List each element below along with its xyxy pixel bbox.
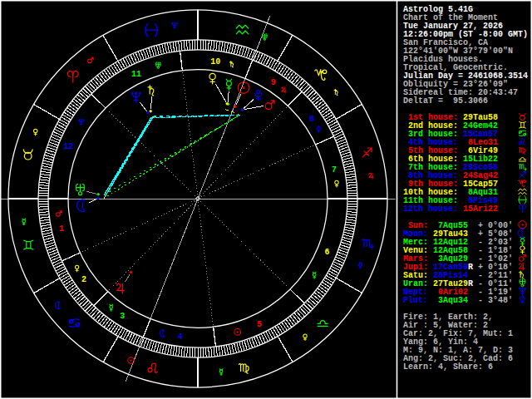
svg-text:3Aqu34: 3Aqu34 <box>433 296 468 305</box>
svg-text:4: 4 <box>178 332 183 342</box>
svg-text:12th house:: 12th house: <box>403 204 458 214</box>
svg-text:15Ari22: 15Ari22 <box>463 204 498 214</box>
svg-text:10: 10 <box>210 57 220 66</box>
svg-text:3: 3 <box>120 312 125 321</box>
svg-text:Learn: 4, Share: 6: Learn: 4, Share: 6 <box>403 362 493 372</box>
svg-text:5: 5 <box>257 320 262 329</box>
svg-text:R: R <box>468 263 473 272</box>
svg-text:11: 11 <box>131 70 141 79</box>
svg-text:8: 8 <box>309 115 314 124</box>
svg-text:DeltaT = 95.3066: DeltaT = 95.3066 <box>403 96 488 106</box>
svg-text:1: 1 <box>59 224 64 234</box>
svg-text:R: R <box>468 279 473 288</box>
svg-text:Plut:: Plut: <box>403 296 428 305</box>
svg-text:6: 6 <box>324 248 329 257</box>
svg-text:- 3°48': - 3°48' <box>478 296 513 305</box>
svg-text:12: 12 <box>64 142 74 151</box>
svg-text:2: 2 <box>81 275 86 284</box>
svg-text:7: 7 <box>332 165 337 175</box>
svg-text:9: 9 <box>271 78 276 87</box>
